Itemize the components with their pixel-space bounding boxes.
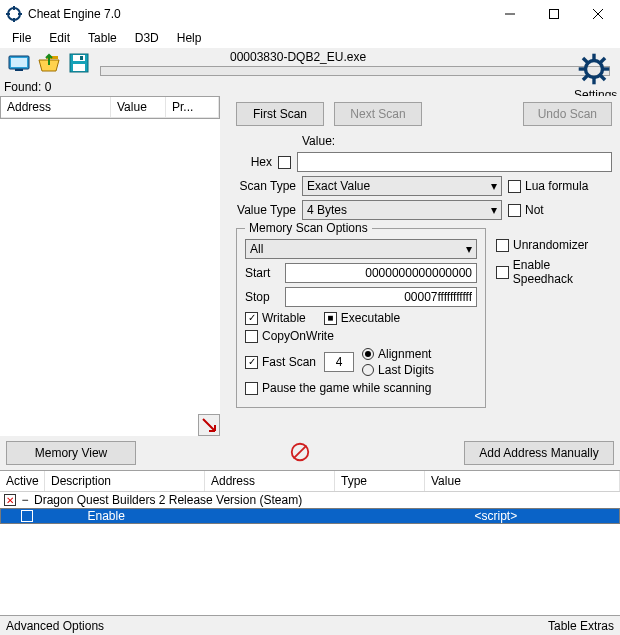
first-scan-button[interactable]: First Scan [236,102,324,126]
chevron-down-icon: ▾ [466,242,472,256]
start-input[interactable] [285,263,477,283]
svg-rect-6 [550,10,559,19]
table-row[interactable]: ✕ − Dragon Quest Builders 2 Release Vers… [0,492,620,508]
save-button[interactable] [66,50,92,76]
writable-checkbox[interactable]: ✓Writable [245,311,306,325]
add-to-addresslist-button[interactable] [198,414,220,436]
svg-rect-13 [73,55,85,61]
svg-rect-10 [11,58,27,67]
svg-rect-1 [13,6,15,10]
col-previous[interactable]: Pr... [166,97,219,117]
executable-checkbox[interactable]: ■Executable [324,311,400,325]
address-list[interactable]: Active Description Address Type Value ✕ … [0,470,620,620]
progress-bar [100,66,610,76]
open-process-button[interactable] [6,50,32,76]
mem-region-select[interactable]: All▾ [245,239,477,259]
active-checkbox[interactable]: ✕ [4,494,16,506]
menu-table[interactable]: Table [80,29,125,47]
svg-rect-3 [6,13,10,15]
value-input[interactable] [297,152,612,172]
lastdigits-radio[interactable]: Last Digits [362,363,434,377]
value-type-label: Value Type [236,203,296,217]
value-label: Value: [302,134,612,148]
mem-options-legend: Memory Scan Options [245,221,372,235]
svg-rect-11 [15,69,23,71]
results-list[interactable]: Address Value Pr... [0,96,220,119]
svg-rect-4 [18,13,22,15]
svg-rect-14 [80,56,83,60]
fastscan-value[interactable] [324,352,354,372]
table-extras-button[interactable]: Table Extras [548,619,614,633]
maximize-button[interactable] [532,0,576,28]
row-type: <script> [475,509,565,523]
table-row[interactable]: Enable <script> [0,508,620,524]
found-count: Found: 0 [0,78,620,96]
no-sign-icon[interactable] [289,441,311,466]
menu-help[interactable]: Help [169,29,210,47]
row-description: Enable [84,509,244,523]
toolbar: 00003830-DQB2_EU.exe [0,48,620,78]
stop-label: Stop [245,290,279,304]
pause-checkbox[interactable]: Pause the game while scanning [245,381,431,395]
copyonwrite-checkbox[interactable]: CopyOnWrite [245,329,334,343]
col-value[interactable]: Value [111,97,166,117]
menu-d3d[interactable]: D3D [127,29,167,47]
th-address[interactable]: Address [205,471,335,491]
unrandomizer-checkbox[interactable]: Unrandomizer [496,238,612,252]
scan-type-label: Scan Type [236,179,296,193]
settings-button[interactable]: Settings [574,52,614,102]
col-address[interactable]: Address [1,97,111,117]
svg-line-24 [583,75,588,80]
lua-formula-checkbox[interactable]: Lua formula [508,179,588,193]
undo-scan-button[interactable]: Undo Scan [523,102,612,126]
svg-line-26 [294,445,307,458]
menu-edit[interactable]: Edit [41,29,78,47]
minimize-button[interactable] [488,0,532,28]
stop-input[interactable] [285,287,477,307]
svg-rect-2 [13,18,15,22]
th-value[interactable]: Value [425,471,620,491]
hex-checkbox[interactable] [278,156,291,169]
memory-view-button[interactable]: Memory View [6,441,136,465]
open-file-button[interactable] [36,50,62,76]
th-active[interactable]: Active [0,471,45,491]
alignment-radio[interactable]: Alignment [362,347,434,361]
fastscan-checkbox[interactable]: ✓Fast Scan [245,355,316,369]
window-title: Cheat Engine 7.0 [28,7,488,21]
next-scan-button[interactable]: Next Scan [334,102,422,126]
menubar: File Edit Table D3D Help [0,28,620,48]
th-type[interactable]: Type [335,471,425,491]
hex-label: Hex [236,155,272,169]
chevron-down-icon: ▾ [491,203,497,217]
menu-file[interactable]: File [4,29,39,47]
add-address-manually-button[interactable]: Add Address Manually [464,441,614,465]
statusbar: Advanced Options Table Extras [0,615,620,635]
svg-line-22 [600,75,605,80]
svg-rect-15 [73,64,85,71]
titlebar: Cheat Engine 7.0 [0,0,620,28]
svg-line-21 [583,58,588,63]
chevron-down-icon: ▾ [491,179,497,193]
row-description: Dragon Quest Builders 2 Release Version … [34,493,302,507]
start-label: Start [245,266,279,280]
value-type-select[interactable]: 4 Bytes▾ [302,200,502,220]
th-description[interactable]: Description [45,471,205,491]
close-button[interactable] [576,0,620,28]
speedhack-checkbox[interactable]: Enable Speedhack [496,258,612,286]
app-icon [6,6,22,22]
process-name: 00003830-DQB2_EU.exe [230,50,366,64]
svg-line-23 [600,58,605,63]
advanced-options-button[interactable]: Advanced Options [6,619,104,633]
active-checkbox[interactable] [21,510,33,522]
scan-type-select[interactable]: Exact Value▾ [302,176,502,196]
expand-icon[interactable]: − [20,493,30,507]
not-checkbox[interactable]: Not [508,203,544,217]
